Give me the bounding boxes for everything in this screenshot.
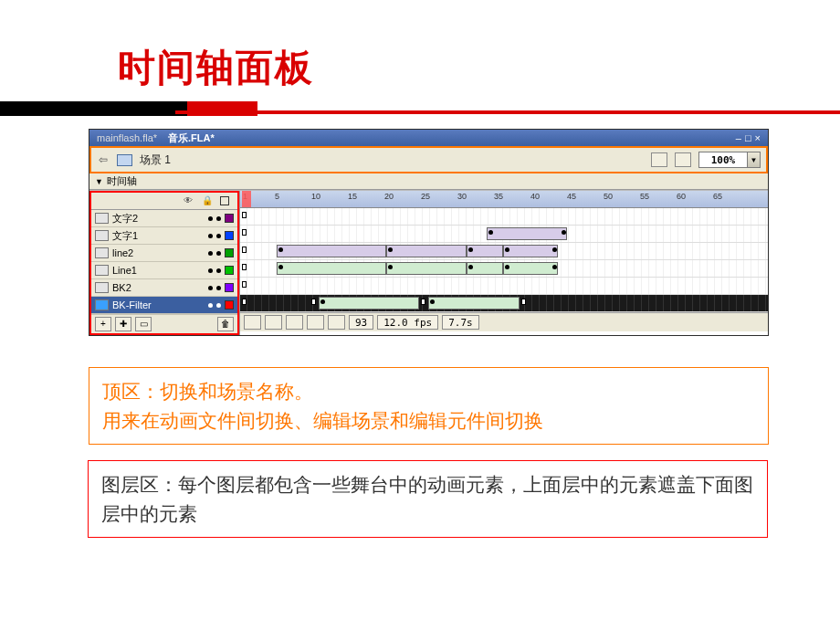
frame-track[interactable] — [240, 260, 768, 278]
chevron-down-icon[interactable]: ▼ — [748, 152, 761, 168]
zoom-control[interactable]: 100% ▼ — [698, 152, 761, 168]
layer-footer: + ✚ ▭ 🗑 — [91, 314, 237, 333]
zoom-value[interactable]: 100% — [698, 152, 748, 168]
slide-title: 时间轴面板 — [118, 43, 314, 93]
frames-footer: 93 12.0 fps 7.7s — [240, 312, 768, 331]
lock-icon[interactable]: 🔒 — [202, 196, 211, 205]
layer-row[interactable]: BK2 — [91, 279, 237, 297]
center-frame-icon[interactable] — [244, 315, 261, 330]
layer-row[interactable]: 文字1 — [91, 227, 237, 245]
color-swatch[interactable] — [225, 214, 234, 223]
playhead-icon[interactable] — [242, 191, 251, 207]
scene-bar: ⇦ 场景 1 100% ▼ — [89, 146, 768, 173]
back-arrow-icon[interactable]: ⇦ — [97, 153, 110, 166]
layer-row[interactable]: Line1 — [91, 262, 237, 279]
onion-outline-icon[interactable] — [286, 315, 303, 330]
color-swatch[interactable] — [225, 300, 234, 310]
color-swatch[interactable] — [225, 266, 234, 275]
add-folder-icon[interactable]: ▭ — [135, 317, 152, 331]
file-tab[interactable]: mainflash.fla* — [97, 132, 157, 143]
elapsed-time: 7.7s — [442, 315, 479, 330]
caption-top-region: 顶区：切换和场景名称。 用来在动画文件间切换、编辑场景和编辑元件间切换 — [89, 367, 769, 445]
frame-track[interactable] — [240, 208, 768, 226]
frame-track-selected[interactable] — [240, 295, 768, 312]
layer-row[interactable]: line2 — [91, 245, 237, 262]
frame-track[interactable] — [240, 243, 768, 260]
layer-icon — [95, 299, 109, 310]
timeline-panel-header[interactable]: 时间轴 — [89, 173, 768, 190]
current-frame: 93 — [349, 315, 373, 330]
file-tab-bar: mainflash.fla* 音乐.FLA* – □ × — [89, 130, 768, 146]
edit-scene-icon[interactable] — [651, 152, 667, 167]
frames-area: 1 5 10 15 20 25 30 35 40 45 50 55 60 65 — [239, 191, 768, 335]
frame-ruler[interactable]: 1 5 10 15 20 25 30 35 40 45 50 55 60 65 — [240, 191, 768, 208]
color-swatch[interactable] — [225, 283, 234, 292]
frame-track[interactable] — [240, 226, 768, 243]
outline-toggle-icon[interactable] — [220, 196, 229, 205]
layer-panel: 👁 🔒 文字2 文字1 line2 Line1 BK2 BK-Filter + … — [89, 191, 239, 335]
caption-layer-region: 图层区：每个图层都包含一些舞台中的动画元素，上面层中的元素遮盖下面图层中的元素 — [88, 460, 768, 538]
decor-stripe — [175, 110, 840, 114]
layer-icon — [95, 282, 109, 293]
minimize-icon[interactable]: – — [736, 132, 741, 143]
layer-row-selected[interactable]: BK-Filter — [91, 297, 237, 314]
layer-icon — [95, 213, 109, 224]
close-icon[interactable]: × — [755, 132, 761, 143]
file-tab-active[interactable]: 音乐.FLA* — [168, 131, 215, 145]
eye-icon[interactable]: 👁 — [184, 196, 193, 205]
scene-name: 场景 1 — [140, 152, 171, 168]
scene-icon — [117, 154, 132, 166]
restore-icon[interactable]: □ — [745, 132, 751, 143]
layer-icon — [95, 230, 109, 241]
layer-icon — [95, 247, 109, 258]
add-guide-icon[interactable]: ✚ — [115, 317, 131, 331]
flash-timeline-screenshot: mainflash.fla* 音乐.FLA* – □ × ⇦ 场景 1 100%… — [89, 129, 769, 336]
onion-markers-icon[interactable] — [328, 315, 345, 330]
layer-column-headers: 👁 🔒 — [91, 193, 237, 210]
color-swatch[interactable] — [225, 248, 234, 257]
color-swatch[interactable] — [225, 231, 234, 240]
frame-rate: 12.0 fps — [377, 315, 438, 330]
layer-row[interactable]: 文字2 — [91, 210, 237, 227]
layer-icon — [95, 265, 109, 276]
add-layer-icon[interactable]: + — [95, 317, 111, 331]
edit-multi-icon[interactable] — [307, 315, 324, 330]
onion-skin-icon[interactable] — [265, 315, 282, 330]
trash-icon[interactable]: 🗑 — [217, 317, 234, 331]
edit-symbol-icon[interactable] — [675, 152, 691, 167]
frame-track[interactable] — [240, 278, 768, 295]
